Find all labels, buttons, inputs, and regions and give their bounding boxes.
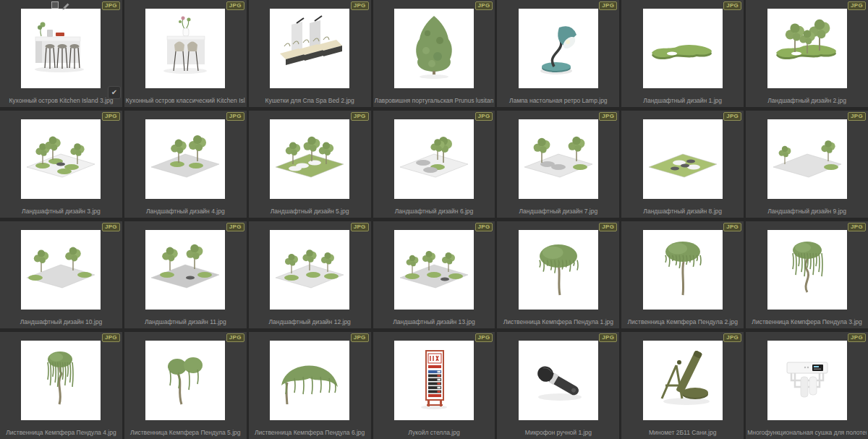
grid-item[interactable]: JPG Лиственница Кемпфера Пендула 1.jpg [497,221,619,328]
thumbnail-image[interactable] [270,9,349,88]
grid-item[interactable]: JPG Ландшафтный дизайн 8.jpg [621,111,744,218]
thumbnail-image[interactable] [394,341,474,420]
grid-item[interactable]: JPG Кушетки для Спа Spa Bed 2.jpg [249,0,371,107]
file-label: Кухонный остров классический Kitchen Isl… [126,97,245,104]
thumbnail-image[interactable] [767,9,847,88]
thumbnail-image[interactable] [519,230,598,310]
grid-item[interactable]: JPG Кухонный остров классический Kitchen… [124,0,247,107]
grid-item[interactable]: JPG Лампа настольная ретро Lamp.jpg [497,0,619,107]
jpg-badge: JPG [848,223,866,231]
file-label: Микрофон ручной 1.jpg [498,429,618,436]
file-label: Лиственница Кемпфера Пендула 2.jpg [623,318,742,325]
grid-item[interactable]: JPG Ландшафтный дизайн 3.jpg [0,111,122,218]
grid-item[interactable]: JPG Ландшафтный дизайн 1.jpg [621,0,744,107]
grid-item[interactable]: JPG Лиственница Кемпфера Пендула 5.jpg [124,332,247,439]
thumbnail-image[interactable] [21,119,101,199]
file-label: Ландшафтный дизайн 2.jpg [747,97,867,104]
file-label: Ландшафтный дизайн 9.jpg [747,208,867,215]
jpg-badge: JPG [723,333,741,342]
grid-item[interactable]: JPG Лиственница Кемпфера Пендула 6.jpg [249,332,371,439]
grid-item[interactable]: JPG Ландшафтный дизайн 10.jpg [0,221,122,328]
file-label: Лампа настольная ретро Lamp.jpg [498,97,618,104]
file-label: Ландшафтный дизайн 5.jpg [250,208,370,215]
grid-item[interactable]: JPG Ландшафтный дизайн 6.jpg [373,111,495,218]
file-label: Ландшафтный дизайн 13.jpg [375,318,494,325]
thumbnail-image[interactable] [21,9,101,88]
grid-item[interactable]: JPG Кухонный остров Kitchen Island 3.jpg… [0,0,122,107]
jpg-badge: JPG [475,223,493,231]
jpg-badge: JPG [226,333,244,342]
thumbnail-image[interactable] [519,341,598,420]
grid-item[interactable]: JPG Лавровишня португальская Prunus lusi… [373,0,495,107]
jpg-badge: JPG [226,112,244,121]
jpg-badge: JPG [599,112,617,121]
jpg-badge: JPG [102,223,120,231]
thumbnail-image[interactable] [394,119,474,199]
file-label: Кухонный остров Kitchen Island 3.jpg [1,97,121,104]
file-label: Ландшафтный дизайн 7.jpg [498,208,618,215]
grid-item[interactable]: JPG Ландшафтный дизайн 2.jpg [746,0,868,107]
jpg-badge: JPG [226,1,244,10]
file-label: Ландшафтный дизайн 8.jpg [623,208,742,215]
jpg-badge: JPG [351,333,369,342]
grid-item[interactable]: JPG Ландшафтный дизайн 5.jpg [249,111,371,218]
thumbnail-image[interactable] [767,230,847,310]
grid-item[interactable]: JPG Лиственница Кемпфера Пендула 2.jpg [621,221,744,328]
grid-item[interactable]: JPG Ландшафтный дизайн 7.jpg [497,111,619,218]
grid-item[interactable]: JPG Миномет 2Б11 Сани.jpg [621,332,744,439]
jpg-badge: JPG [102,1,120,10]
thumbnail-image[interactable] [270,230,349,310]
file-browser: JPG Кухонный остров Kitchen Island 3.jpg… [0,0,868,439]
thumbnail-image[interactable] [519,119,598,199]
thumbnail-image[interactable] [767,119,847,199]
file-label: Миномет 2Б11 Сани.jpg [623,429,742,436]
file-label: Лиственница Кемпфера Пендула 1.jpg [498,318,618,325]
thumbnail-image[interactable] [519,9,598,88]
jpg-badge: JPG [723,223,741,231]
thumbnail-image[interactable] [145,9,225,88]
grid-item[interactable]: JPG Лиственница Кемпфера Пендула 3.jpg [746,221,868,328]
thumbnail-image[interactable] [394,230,474,310]
grid-item[interactable]: JPG Лиственница Кемпфера Пендула 4.jpg [0,332,122,439]
file-label: Ландшафтный дизайн 12.jpg [250,318,370,325]
checkmark-icon[interactable]: ✔ [108,86,121,99]
file-label: Ландшафтный дизайн 11.jpg [126,318,245,325]
thumbnail-image[interactable] [21,230,101,310]
thumbnail-image[interactable] [145,119,225,199]
thumbnail-image[interactable] [21,341,101,420]
thumbnail-image[interactable] [270,119,349,199]
jpg-badge: JPG [226,223,244,231]
pencil-icon[interactable] [61,1,70,9]
file-label: Лиственница Кемпфера Пендула 3.jpg [747,318,867,325]
file-label: Лиственница Кемпфера Пендула 6.jpg [250,429,370,436]
jpg-badge: JPG [848,112,866,121]
grid-item[interactable]: JPG Ландшафтный дизайн 11.jpg [124,221,247,328]
thumbnail-image[interactable] [643,119,723,199]
thumbnail-image[interactable] [145,341,225,420]
jpg-badge: JPG [599,333,617,342]
jpg-badge: JPG [848,1,866,10]
jpg-badge: JPG [599,223,617,231]
grid-item[interactable]: JPG Микрофон ручной 1.jpg [497,332,619,439]
thumbnail-image[interactable] [643,230,723,310]
thumbnail-image[interactable] [643,9,723,88]
grid-item[interactable]: JPG Ландшафтный дизайн 12.jpg [249,221,371,328]
jpg-badge: JPG [599,1,617,10]
checkbox-icon[interactable] [51,1,59,9]
thumbnail-image[interactable] [767,341,847,420]
thumbnail-image[interactable] [643,341,723,420]
grid-item[interactable]: JPG Многофункциональная сушка для полоте… [746,332,868,439]
thumbnail-image[interactable] [394,9,474,88]
grid-item[interactable]: JPG Лукойл стелла.jpg [373,332,495,439]
jpg-badge: JPG [475,1,493,10]
file-label: Лукойл стелла.jpg [375,429,494,436]
file-label: Ландшафтный дизайн 3.jpg [1,208,121,215]
grid-item[interactable]: JPG Ландшафтный дизайн 4.jpg [124,111,247,218]
grid-item[interactable]: JPG Ландшафтный дизайн 9.jpg [746,111,868,218]
grid-item[interactable]: JPG Ландшафтный дизайн 13.jpg [373,221,495,328]
item-hover-controls [51,1,70,9]
file-label: Ландшафтный дизайн 1.jpg [623,97,742,104]
jpg-badge: JPG [475,333,493,342]
thumbnail-image[interactable] [145,230,225,310]
thumbnail-image[interactable] [270,341,349,420]
